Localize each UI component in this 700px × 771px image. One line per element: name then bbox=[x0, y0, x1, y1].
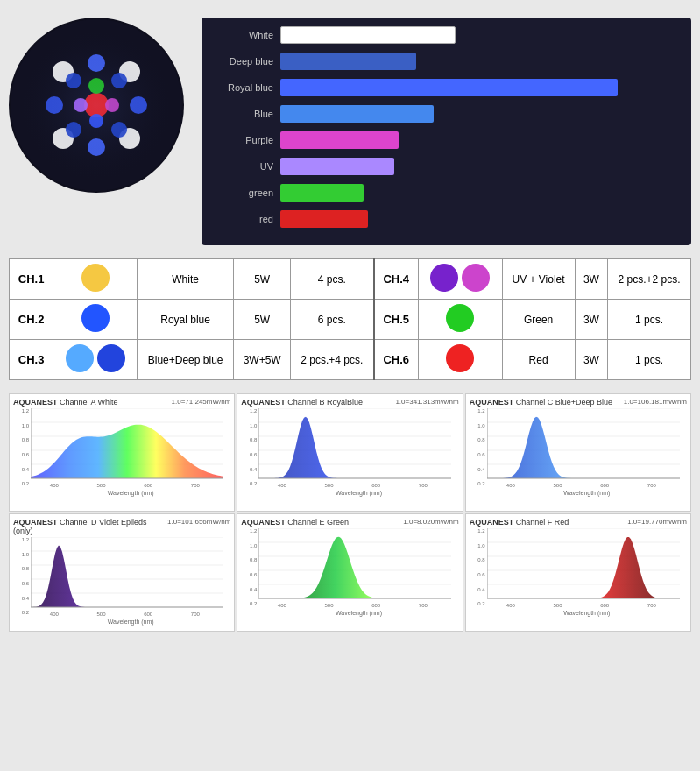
bar-fill bbox=[280, 53, 416, 70]
spectrum-value: 1.0=341.313mW/nm bbox=[395, 398, 458, 407]
spectrum-header: AQUANEST Channel A White 1.0=71.245mW/nm bbox=[13, 398, 230, 407]
led-image bbox=[9, 18, 184, 193]
svg-text:500: 500 bbox=[325, 603, 335, 608]
channel-dots-right bbox=[418, 340, 502, 380]
spectrum-svg: 400500600700 bbox=[31, 537, 223, 619]
spectrum-value: 1.0=101.656mW/nm bbox=[167, 518, 230, 535]
spectrum-channel: Channel A White bbox=[60, 398, 118, 407]
bar-row: Purple bbox=[215, 131, 678, 149]
bar-label: Royal blue bbox=[215, 82, 280, 93]
channel-count-left: 6 pcs. bbox=[290, 300, 373, 340]
spectrum-svg: 400500600700 bbox=[31, 408, 223, 491]
spectrum-chart-1: AQUANEST Channel B RoyalBlue 1.0=341.313… bbox=[237, 393, 463, 512]
spectrum-svg: 400500600700 bbox=[487, 408, 680, 491]
spectrum-channel: Channel B RoyalBlue bbox=[287, 398, 363, 407]
channel-id: CH.1 bbox=[10, 259, 53, 300]
channel-power-right: 3W bbox=[575, 300, 608, 340]
svg-text:700: 700 bbox=[647, 483, 656, 488]
svg-text:400: 400 bbox=[278, 603, 287, 608]
x-axis-label: Wavelength (nm) bbox=[258, 610, 458, 616]
channel-name-right: UV + Violet bbox=[502, 259, 575, 300]
spectrum-svg: 400500600700 bbox=[487, 528, 680, 611]
table-row: CH.1 White 5W 4 pcs. CH.4 UV + Violet 3W… bbox=[10, 259, 691, 300]
spectrum-value: 1.0=106.181mW/nm bbox=[624, 398, 687, 407]
svg-text:600: 600 bbox=[600, 483, 610, 488]
svg-text:700: 700 bbox=[191, 612, 201, 617]
spectrum-header: AQUANEST Channel E Green 1.0=8.020mW/nm bbox=[241, 518, 458, 527]
bar-row: Blue bbox=[215, 105, 678, 123]
channel-power-right: 3W bbox=[575, 340, 608, 380]
x-axis-label: Wavelength (nm) bbox=[258, 490, 458, 496]
channel-dots-right bbox=[418, 259, 502, 300]
channel-power-left: 5W bbox=[234, 259, 291, 300]
spectrum-value: 1.0=71.245mW/nm bbox=[172, 398, 231, 407]
svg-text:500: 500 bbox=[325, 483, 335, 488]
bar-fill bbox=[280, 184, 364, 202]
channel-count-right: 2 pcs.+2 pcs. bbox=[608, 259, 691, 300]
svg-text:400: 400 bbox=[506, 603, 515, 608]
channel-dots-left bbox=[53, 340, 138, 380]
bar-label: UV bbox=[215, 161, 280, 172]
channel-count-left: 4 pcs. bbox=[290, 259, 373, 300]
bar-row: White bbox=[215, 26, 678, 44]
spectrum-channel: Channel E Green bbox=[287, 518, 349, 527]
channel-count-right: 1 pcs. bbox=[608, 300, 691, 340]
channel-id-right: CH.4 bbox=[374, 259, 419, 300]
bar-row: Deep blue bbox=[215, 53, 678, 70]
channel-dots-left bbox=[53, 259, 138, 300]
x-axis-label: Wavelength (nm) bbox=[31, 619, 230, 625]
svg-text:500: 500 bbox=[553, 483, 562, 488]
bar-row: red bbox=[215, 210, 678, 228]
spectrum-brand: AQUANEST bbox=[13, 398, 58, 407]
bar-label: red bbox=[215, 214, 280, 224]
spectrum-chart-2: AQUANEST Channel C Blue+Deep Blue 1.0=10… bbox=[465, 393, 691, 512]
x-axis-label: Wavelength (nm) bbox=[31, 490, 230, 496]
channel-name-right: Red bbox=[502, 340, 575, 380]
channel-id-right: CH.5 bbox=[374, 300, 419, 340]
bar-fill bbox=[280, 105, 434, 123]
bar-row: UV bbox=[215, 158, 678, 175]
svg-text:400: 400 bbox=[278, 483, 287, 488]
svg-text:600: 600 bbox=[371, 483, 381, 488]
svg-text:700: 700 bbox=[191, 483, 201, 488]
bar-fill bbox=[280, 79, 618, 96]
channel-name-right: Green bbox=[502, 300, 575, 340]
spectrum-header: AQUANEST Channel C Blue+Deep Blue 1.0=10… bbox=[470, 398, 687, 407]
svg-point-18 bbox=[11, 19, 182, 191]
channel-name-left: Royal blue bbox=[137, 300, 234, 340]
svg-text:700: 700 bbox=[419, 603, 428, 608]
bar-fill bbox=[280, 26, 456, 44]
svg-text:500: 500 bbox=[96, 612, 106, 617]
svg-text:500: 500 bbox=[96, 483, 106, 488]
channel-id: CH.3 bbox=[10, 340, 53, 380]
x-axis-label: Wavelength (nm) bbox=[487, 610, 687, 616]
spectrum-bar-chart: White Deep blue Royal blue Blue Purple U… bbox=[202, 18, 691, 245]
channel-name-left: Blue+Deep blue bbox=[137, 340, 234, 380]
bar-label: green bbox=[215, 187, 280, 198]
table-row: CH.2 Royal blue 5W 6 pcs. CH.5 Green 3W … bbox=[10, 300, 691, 340]
channel-dots-left bbox=[53, 300, 138, 340]
spectrum-chart-5: AQUANEST Channel F Red 1.0=19.770mW/nm 1… bbox=[465, 513, 691, 632]
spectrum-header: AQUANEST Channel F Red 1.0=19.770mW/nm bbox=[470, 518, 687, 527]
x-axis-label: Wavelength (nm) bbox=[487, 490, 687, 496]
spectrum-chart-4: AQUANEST Channel E Green 1.0=8.020mW/nm … bbox=[237, 513, 463, 632]
channel-power-right: 3W bbox=[575, 259, 608, 300]
spectrum-value: 1.0=19.770mW/nm bbox=[627, 518, 687, 527]
bar-fill bbox=[280, 131, 399, 149]
svg-text:400: 400 bbox=[50, 483, 60, 488]
spectrum-header: AQUANEST Channel D Violet Epileds (only)… bbox=[13, 518, 230, 535]
svg-text:400: 400 bbox=[50, 612, 60, 617]
svg-text:600: 600 bbox=[144, 612, 153, 617]
channel-id-right: CH.6 bbox=[374, 340, 419, 380]
spectrum-chart-0: AQUANEST Channel A White 1.0=71.245mW/nm… bbox=[9, 393, 235, 512]
svg-text:400: 400 bbox=[506, 483, 515, 488]
bar-row: Royal blue bbox=[215, 79, 678, 96]
channel-dots-right bbox=[418, 300, 502, 340]
spectrum-channel: Channel C Blue+Deep Blue bbox=[516, 398, 612, 407]
channel-power-left: 3W+5W bbox=[234, 340, 291, 380]
spectrum-brand: AQUANEST bbox=[241, 518, 286, 527]
spectrum-svg: 400500600700 bbox=[258, 528, 451, 611]
spectrum-value: 1.0=8.020mW/nm bbox=[403, 518, 458, 527]
spectrum-brand: AQUANEST bbox=[470, 398, 514, 407]
bar-label: Blue bbox=[215, 109, 280, 119]
